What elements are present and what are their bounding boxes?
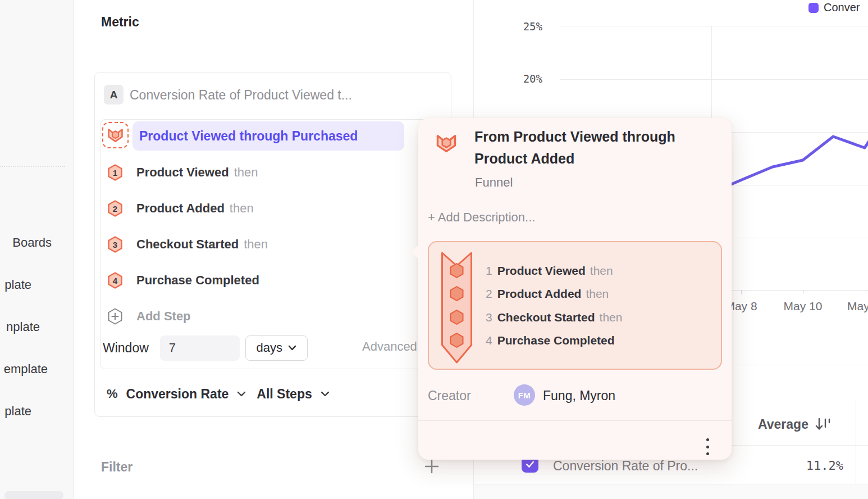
- popover-step-4: 4 Purchase Completed: [486, 332, 619, 349]
- add-description-link[interactable]: + Add Description...: [428, 210, 535, 225]
- metric-heading: Metric: [101, 15, 139, 30]
- measure-type-dropdown[interactable]: Conversion Rate: [126, 387, 229, 402]
- sidebar-item-template-4[interactable]: plate: [4, 403, 31, 420]
- popover-step-2: 2 Product Added then: [486, 285, 609, 302]
- funnel-icon: [107, 127, 124, 143]
- creator-avatar: FM: [514, 384, 535, 406]
- sort-descending-icon[interactable]: [815, 417, 832, 432]
- measure-scope-dropdown[interactable]: All Steps: [257, 387, 312, 402]
- filter-heading: Filter: [101, 458, 133, 476]
- add-step-label: Add Step: [136, 309, 191, 324]
- sidebar-item-template-3[interactable]: emplate: [4, 361, 48, 378]
- funnel-ribbon-icon: [441, 251, 473, 365]
- sidebar-item-partial: [4, 491, 63, 499]
- funnel-step-1[interactable]: 1 Product Viewed then: [107, 164, 258, 182]
- table-footer-strip: [474, 484, 868, 499]
- conversion-line: [730, 137, 868, 185]
- funnel-step-2[interactable]: 2 Product Added then: [107, 199, 254, 217]
- sidebar-item-template-1[interactable]: plate: [4, 276, 31, 293]
- funnel-details-popover: From Product Viewed through Product Adde…: [418, 118, 732, 460]
- selected-funnel-step[interactable]: Product Viewed through Purchased: [133, 121, 404, 151]
- chevron-down-icon[interactable]: [237, 391, 246, 397]
- funnel-icon: [435, 133, 458, 154]
- xtick-may10: May 10: [782, 299, 824, 314]
- creator-name: Fung, Myron: [543, 385, 615, 406]
- step-3-suffix: then: [244, 237, 268, 252]
- popover-title: From Product Viewed through Product Adde…: [474, 126, 721, 170]
- step-2-name: Product Added: [136, 201, 225, 216]
- window-row: Window days Advanced: [103, 335, 308, 361]
- step-3-name: Checkout Started: [136, 237, 239, 252]
- ytick-20: 20%: [497, 72, 542, 85]
- chart-legend[interactable]: Conver: [808, 1, 860, 14]
- popover-step-3: 3 Checkout Started then: [486, 309, 622, 326]
- percent-prefix: %: [107, 387, 118, 401]
- xtickmark-may12: [866, 290, 866, 294]
- popover-step-1: 1 Product Viewed then: [486, 262, 613, 279]
- window-unit-select[interactable]: days: [245, 335, 308, 361]
- step-2-badge: 2: [107, 200, 123, 217]
- sidebar: Boards plate nplate emplate plate: [0, 0, 74, 499]
- measure-row: % Conversion Rate All Steps: [107, 384, 330, 403]
- table-row-average-value: 11.2%: [747, 457, 843, 474]
- sidebar-item-boards[interactable]: Boards: [12, 234, 52, 251]
- funnel-metric-icon[interactable]: [102, 122, 129, 148]
- xtickmark-may10: [803, 290, 803, 294]
- window-label: Window: [103, 341, 149, 356]
- more-options-button[interactable]: [706, 438, 709, 455]
- step-1-badge: 1: [107, 164, 123, 181]
- gridline-25: [560, 26, 868, 26]
- legend-label: Conver: [824, 1, 860, 14]
- chevron-down-icon[interactable]: [321, 391, 330, 397]
- average-column-header[interactable]: Average: [758, 416, 832, 433]
- step-1-suffix: then: [234, 165, 258, 180]
- sidebar-item-template-2[interactable]: nplate: [6, 319, 40, 335]
- popover-type-label: Funnel: [475, 175, 513, 190]
- step-4-badge: 4: [107, 272, 123, 289]
- series-title[interactable]: Conversion Rate of Product Viewed t...: [130, 86, 352, 104]
- step-4-name: Purchase Completed: [136, 273, 259, 288]
- legend-swatch: [808, 3, 819, 13]
- advanced-link[interactable]: Advanced: [362, 339, 417, 354]
- xtickmark-may8: [741, 290, 742, 294]
- step-1-name: Product Viewed: [136, 165, 229, 180]
- add-step-icon: [107, 308, 123, 325]
- funnel-step-3[interactable]: 3 Checkout Started then: [107, 235, 268, 253]
- funnel-step-4[interactable]: 4 Purchase Completed: [107, 271, 264, 289]
- add-filter-button[interactable]: [424, 459, 440, 474]
- add-step-button[interactable]: Add Step: [107, 307, 191, 325]
- gridline-20: [560, 79, 868, 80]
- ytick-25: 25%: [497, 20, 542, 33]
- step-3-badge: 3: [107, 236, 123, 253]
- chevron-down-icon: [288, 345, 296, 351]
- check-icon: [524, 458, 536, 470]
- step-2-suffix: then: [230, 201, 254, 216]
- selected-funnel-label: Product Viewed through Purchased: [139, 129, 358, 144]
- window-value-input[interactable]: [160, 335, 240, 361]
- series-badge: A: [104, 85, 124, 105]
- popover-divider: [418, 420, 732, 421]
- table-column-separator: [856, 399, 856, 484]
- creator-label: Creator: [428, 385, 471, 406]
- sidebar-divider: [0, 166, 65, 167]
- xtick-may12: May 12: [847, 299, 868, 314]
